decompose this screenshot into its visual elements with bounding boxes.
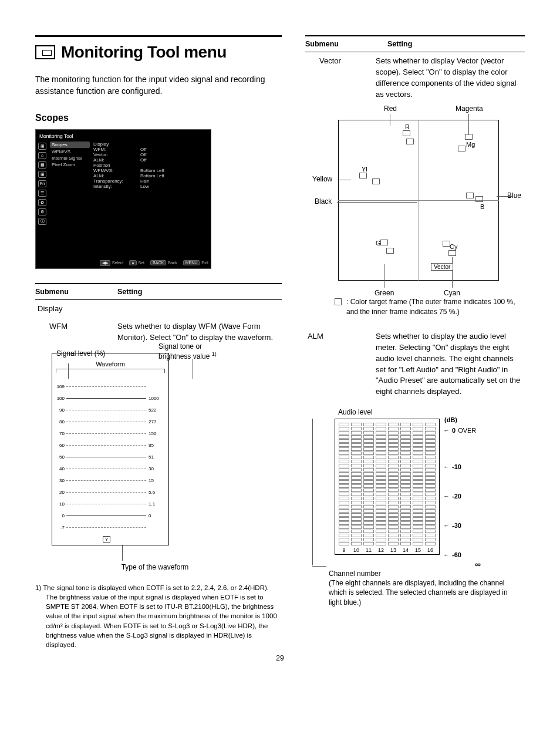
ui-sidebar-icon: ▦ (38, 161, 46, 169)
waveform-row: 70150 (55, 427, 166, 439)
alm-scale-entry: ←-60 (443, 551, 461, 558)
yl-mark: Yl (362, 166, 367, 173)
scopes-table: Submenu Setting Display WFM Sets whether… (35, 283, 282, 348)
ui-prop-row: Position (93, 163, 208, 168)
waveform-row: -7 (55, 521, 166, 533)
vector-boxlabel: Vector (431, 263, 453, 271)
row-wfm-desc: Sets whether to display WFM (Wave Form M… (117, 321, 282, 343)
vector-figure: Red Magenta Yellow Blue Black Green Cyan… (328, 109, 510, 291)
audio-level-label: Audio level (338, 408, 517, 416)
ui-prop-row: WFM:Off (93, 147, 208, 152)
alm-channel-bar: 16 (425, 423, 436, 553)
alm-scale-entry: ←-30 (443, 522, 461, 529)
infinity-label: ∞ (475, 560, 481, 569)
magenta-label: Magenta (456, 105, 483, 113)
green-label: Green (375, 289, 394, 297)
mg-mark: Mg (466, 141, 475, 148)
ui-sidebar-icon: ⚙ (38, 208, 46, 215)
ui-menu-item: Pixel Zoom (50, 161, 90, 168)
alm-channel-bar: 15 (413, 423, 423, 553)
row-alm-desc: Sets whether to display the audio level … (376, 331, 525, 397)
ui-prop-row: WFM/VS:Bottom Left (93, 168, 208, 173)
waveform-row: 4030 (55, 463, 166, 474)
b-mark: B (480, 203, 484, 210)
row-vector: Vector (305, 56, 376, 100)
color-target-note: : Color target frame (The outer frame in… (305, 297, 525, 317)
ui-sidebar-icon: ▣ (38, 171, 46, 178)
row-wfm: WFM (35, 321, 117, 343)
waveform-figure: Signal level (%) Signal tone or brightne… (35, 353, 282, 571)
audio-level-figure: Audio level 910111213141516 (dB) ∞ ←0 OV… (305, 408, 517, 607)
row-alm: ALM (305, 331, 376, 397)
section-scopes: Scopes (35, 113, 282, 123)
ui-prop-row: ALM:Off (93, 157, 208, 163)
red-label: Red (384, 105, 397, 113)
ui-sidebar-icon: Fn (38, 180, 46, 187)
tone-label: Signal tone or brightness value 1) (158, 342, 229, 360)
ui-footer-item: BACK Back (150, 260, 177, 266)
yellow-label: Yellow (312, 175, 332, 183)
alm-scale-entry: ←-10 (443, 463, 461, 470)
page-title: Monitoring Tool menu (61, 43, 227, 62)
y-marker: Y (103, 536, 110, 543)
alm-channel-bar: 13 (388, 423, 399, 553)
ui-footer-item: ◀▶ Select (100, 260, 123, 266)
type-label: Type of the waveform (28, 563, 282, 571)
waveform-label: Waveform (96, 360, 125, 368)
waveform-row: 80277 (55, 416, 166, 427)
waveform-row: 6085 (55, 439, 166, 451)
monitoring-tool-icon (35, 45, 55, 59)
ui-prop-row: ALM:Bottom Left (93, 173, 208, 178)
row-vector-desc: Sets whether to display Vector (vector s… (376, 56, 525, 100)
ui-sidebar-icon: ▣ (38, 143, 46, 150)
ui-sidebar-icon: ⌂ (38, 152, 46, 159)
alm-channel-bar: 12 (376, 423, 386, 553)
alm-channel-bar: 10 (351, 423, 362, 553)
alm-channel-bar: 14 (400, 423, 411, 553)
ui-menu-item: WFM/VS (50, 149, 90, 155)
footnote: 1) The signal tone is displayed when EOT… (35, 583, 282, 649)
title-block: Monitoring Tool menu (35, 35, 282, 62)
target-frame-icon (335, 298, 342, 305)
cy-mark: Cy (450, 243, 457, 250)
table-header-setting: Setting (117, 288, 282, 296)
waveform-row: 00 (55, 510, 166, 521)
ui-prop-row: Transparency:Half (93, 178, 208, 184)
ui-menu-item: Internal Signal (50, 155, 90, 161)
page-number: 29 (276, 654, 284, 662)
ui-screenshot: Monitoring Tool ▣⌂▦▣Fn☰✿⚙ⓘ ScopesWFM/VSI… (35, 129, 211, 269)
table-header-submenu-r: Submenu (305, 40, 387, 48)
waveform-row: 3015 (55, 474, 166, 486)
ui-menu-item: Scopes (50, 141, 90, 148)
db-label: (dB) (444, 416, 457, 423)
ui-prop-row: Intensity:Low (93, 184, 208, 189)
waveform-row: 205.6 (55, 486, 166, 498)
cyan-label: Cyan (444, 289, 460, 297)
alm-scale-entry: ←0 OVER (443, 427, 476, 434)
g-mark: G (376, 240, 381, 247)
ui-window-title: Monitoring Tool (38, 132, 208, 141)
ui-footer-item: ● Set (129, 260, 144, 266)
intro-text: The monitoring function for the input vi… (35, 73, 282, 97)
black-label: Black (315, 197, 332, 205)
table-header-setting-r: Setting (387, 40, 525, 48)
row-display: Display (35, 304, 117, 315)
waveform-row: 5051 (55, 451, 166, 463)
alm-scale-entry: ←-20 (443, 493, 461, 500)
ui-footer-item: MENU Exit (183, 260, 208, 266)
waveform-row: 1001000 (55, 392, 166, 404)
ui-prop-row: Display (93, 141, 208, 147)
waveform-row: 109 (55, 380, 166, 392)
waveform-row: 101.1 (55, 498, 166, 510)
alm-channel-bar: 9 (339, 423, 349, 553)
channel-number-label: Channel number (The eight channels are d… (329, 569, 517, 607)
blue-label: Blue (507, 191, 521, 200)
ui-sidebar-icon: ⓘ (38, 218, 46, 225)
ui-prop-row: Vector:Off (93, 152, 208, 157)
ui-sidebar-icon: ☰ (38, 190, 46, 197)
r-mark: R (405, 123, 410, 130)
waveform-row: 90522 (55, 404, 166, 416)
table-header-submenu: Submenu (35, 288, 117, 296)
ui-sidebar-icon: ✿ (38, 199, 46, 206)
alm-channel-bar: 11 (363, 423, 374, 553)
